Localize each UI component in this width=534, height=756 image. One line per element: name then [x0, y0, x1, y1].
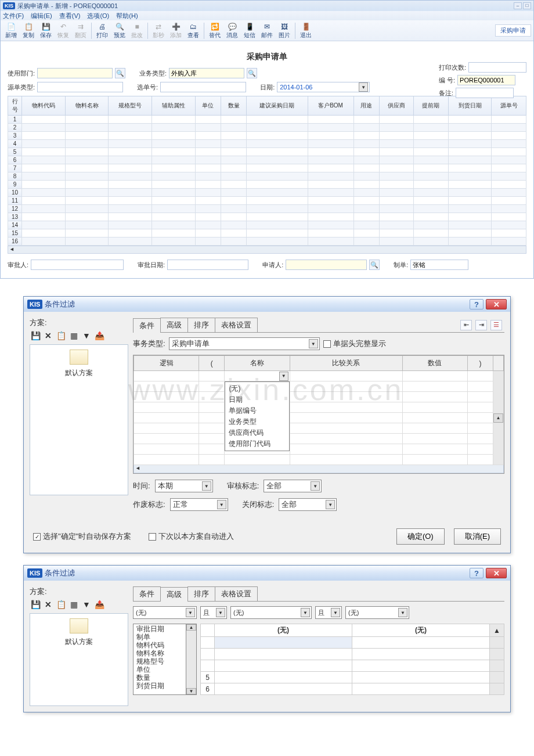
- grid-header[interactable]: 辅助属性: [152, 96, 196, 116]
- grid-cell[interactable]: [221, 213, 247, 221]
- grid-cell[interactable]: [152, 189, 196, 197]
- header-full-check[interactable]: 单据头完整显示: [323, 339, 386, 349]
- grid-cell[interactable]: [221, 237, 247, 246]
- grid-cell[interactable]: [308, 197, 353, 205]
- grid-cell[interactable]: [221, 197, 247, 205]
- grid-cell[interactable]: [414, 197, 448, 205]
- grid-cell[interactable]: [353, 148, 379, 156]
- sort-option[interactable]: 到货日期: [134, 682, 185, 690]
- grid-cell[interactable]: [414, 229, 448, 237]
- layout-scheme-icon[interactable]: ▦: [68, 330, 80, 341]
- grid-cell[interactable]: [379, 229, 413, 237]
- grid-cell[interactable]: [492, 148, 526, 156]
- grid-cell[interactable]: [492, 132, 526, 140]
- date-dropdown-icon[interactable]: ▼: [359, 82, 368, 92]
- grid-cell[interactable]: [195, 205, 221, 213]
- select-no-input[interactable]: [160, 82, 246, 92]
- scheme-name[interactable]: 默认方案: [35, 368, 123, 378]
- menu-view[interactable]: 查看(V): [59, 12, 81, 20]
- grid-cell[interactable]: [414, 124, 448, 132]
- toolbar-替代[interactable]: 🔁替代: [207, 22, 223, 39]
- close-button[interactable]: ✕: [486, 568, 507, 578]
- dept-lookup-icon[interactable]: 🔍: [115, 68, 125, 78]
- grid-header[interactable]: 单位: [195, 96, 221, 116]
- grid-cell[interactable]: [195, 197, 221, 205]
- grid-cell[interactable]: [65, 189, 109, 197]
- scheme-panel[interactable]: 默认方案: [30, 613, 128, 706]
- grid-header[interactable]: 源单号: [492, 96, 526, 116]
- dropdown-scheme-icon[interactable]: ▼: [81, 330, 92, 341]
- grid-cell[interactable]: [308, 205, 353, 213]
- grid-cell[interactable]: [492, 221, 526, 229]
- grid-cell[interactable]: [247, 124, 308, 132]
- grid-cell[interactable]: [195, 229, 221, 237]
- remark-input[interactable]: [456, 88, 514, 98]
- expand-icon[interactable]: ⇤: [460, 320, 472, 330]
- grid-cell[interactable]: [152, 205, 196, 213]
- scheme-panel[interactable]: 默认方案: [30, 344, 128, 495]
- grid-header[interactable]: 规格型号: [109, 96, 152, 116]
- grid-cell[interactable]: [152, 140, 196, 148]
- grid-cell[interactable]: [109, 213, 152, 221]
- audit-select[interactable]: 全部▼: [264, 480, 322, 492]
- toolbar-短信[interactable]: 📱短信: [241, 22, 258, 39]
- grid-cell[interactable]: [65, 148, 109, 156]
- grid-cell[interactable]: [65, 181, 109, 189]
- menu-help[interactable]: 帮助(H): [116, 12, 138, 20]
- grid-cell[interactable]: [308, 140, 353, 148]
- cond-hscroll[interactable]: [134, 465, 504, 473]
- grid-cell[interactable]: [448, 116, 492, 124]
- sort-grid[interactable]: (无) (无) ▲ 5 6: [200, 624, 504, 695]
- grid-cell[interactable]: [492, 205, 526, 213]
- grid-cell[interactable]: [152, 156, 196, 164]
- grid-cell[interactable]: [109, 229, 152, 237]
- grid-cell[interactable]: [247, 189, 308, 197]
- tab-grid-settings[interactable]: 表格设置: [215, 586, 258, 601]
- grid-cell[interactable]: [247, 132, 308, 140]
- sort-option[interactable]: 物料名称: [134, 649, 185, 657]
- grid-cell[interactable]: [448, 124, 492, 132]
- grid-cell[interactable]: [152, 132, 196, 140]
- grid-cell[interactable]: [247, 140, 308, 148]
- grid-cell[interactable]: [308, 164, 353, 172]
- grid-cell[interactable]: [448, 148, 492, 156]
- grid-cell[interactable]: [195, 181, 221, 189]
- grid-cell[interactable]: [492, 124, 526, 132]
- grid-cell[interactable]: [195, 164, 221, 172]
- grid-cell[interactable]: [414, 116, 448, 124]
- sort-option[interactable]: 数量: [134, 674, 185, 682]
- grid-cell[interactable]: [22, 205, 66, 213]
- grid-cell[interactable]: [492, 181, 526, 189]
- grid-cell[interactable]: [414, 181, 448, 189]
- grid-cell[interactable]: [379, 237, 413, 246]
- list-icon[interactable]: ☰: [490, 320, 502, 330]
- data-grid[interactable]: 行号物料代码物料名称规格型号辅助属性单位数量建议采购日期客户BOM用途供应商提前…: [8, 96, 526, 246]
- grid-cell[interactable]: [221, 140, 247, 148]
- grid-cell[interactable]: [65, 172, 109, 181]
- toolbar-复制[interactable]: 📋复制: [20, 22, 37, 39]
- grid-cell[interactable]: [247, 221, 308, 229]
- grid-cell[interactable]: [22, 213, 66, 221]
- grid-cell[interactable]: [308, 148, 353, 156]
- grid-cell[interactable]: [414, 205, 448, 213]
- toolbar-图片[interactable]: 🖼图片: [276, 22, 293, 39]
- grid-cell[interactable]: [448, 237, 492, 246]
- grid-cell[interactable]: [195, 156, 221, 164]
- grid-cell[interactable]: [379, 148, 413, 156]
- chevron-down-icon[interactable]: ▼: [202, 481, 211, 491]
- hscrollbar[interactable]: [8, 246, 526, 254]
- toolbar-新增[interactable]: 📄新增: [3, 22, 19, 39]
- grid-cell[interactable]: [448, 205, 492, 213]
- time-select[interactable]: 本期▼: [155, 480, 213, 492]
- grid-cell[interactable]: [152, 213, 196, 221]
- grid-cell[interactable]: [65, 132, 109, 140]
- grid-cell[interactable]: [109, 197, 152, 205]
- delete-scheme-icon[interactable]: ✕: [42, 599, 54, 610]
- grid-cell[interactable]: [109, 172, 152, 181]
- sort-option[interactable]: 审批日期: [134, 625, 185, 633]
- grid-cell[interactable]: [247, 213, 308, 221]
- grid-cell[interactable]: [448, 164, 492, 172]
- grid-cell[interactable]: [308, 156, 353, 164]
- grid-cell[interactable]: [379, 132, 413, 140]
- grid-cell[interactable]: [492, 116, 526, 124]
